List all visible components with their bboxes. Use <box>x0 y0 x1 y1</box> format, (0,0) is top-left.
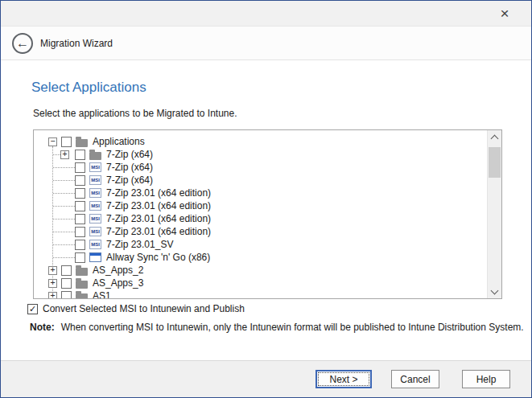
tree-item-label: AS_Apps_2 <box>93 265 143 276</box>
tree-item[interactable]: 7-Zip 23.01 (x64 edition) <box>34 199 487 212</box>
back-arrow-icon: ← <box>16 37 29 50</box>
tree-checkbox[interactable] <box>75 240 85 250</box>
page-content: Select Applications Select the applicati… <box>1 60 531 360</box>
tree-item-label: Allway Sync 'n' Go (x86) <box>106 252 210 263</box>
tree-checkbox[interactable] <box>75 162 85 173</box>
tree-item[interactable]: +7-Zip (x64) <box>34 148 487 161</box>
note-label: Note: <box>30 322 55 333</box>
msi-icon <box>89 214 101 224</box>
tree-item-label: 7-Zip 23.01 (x64 edition) <box>106 213 211 224</box>
tree-checkbox[interactable] <box>75 227 85 237</box>
app-icon <box>89 252 101 262</box>
tree-rows: −Applications+7-Zip (x64)7-Zip (x64)7-Zi… <box>34 130 487 298</box>
tree-expander-icon[interactable]: + <box>48 266 57 275</box>
tree-item[interactable]: +AS_Apps_3 <box>34 277 487 289</box>
scrollbar-thumb[interactable] <box>489 147 501 178</box>
footer-bar: Next > Cancel Help <box>1 360 531 397</box>
note-text: When converting MSI to Intunewin, only t… <box>61 322 524 333</box>
folder-icon <box>89 152 101 160</box>
tree-item[interactable]: −Applications <box>34 135 487 148</box>
scrollbar-down-button[interactable] <box>488 285 501 298</box>
tree-item[interactable]: 7-Zip (x64) <box>34 174 487 187</box>
tree-item[interactable]: Allway Sync 'n' Go (x86) <box>34 251 487 264</box>
msi-icon <box>89 175 101 185</box>
next-button[interactable]: Next > <box>315 370 372 388</box>
tree-item[interactable]: 7-Zip 23.01_SV <box>34 238 487 251</box>
chevron-down-icon <box>491 286 499 294</box>
tree-connector-line <box>53 225 75 238</box>
tree-item-label: 7-Zip (x64) <box>106 174 153 186</box>
wizard-header: ← Migration Wizard <box>1 27 531 60</box>
tree-expander-icon[interactable]: − <box>48 137 57 146</box>
folder-icon <box>76 293 88 299</box>
tree-checkbox[interactable] <box>75 188 85 199</box>
msi-icon <box>89 162 101 172</box>
tree-checkbox[interactable] <box>61 265 72 276</box>
note: Note:When converting MSI to Intunewin, o… <box>30 322 531 333</box>
chevron-up-icon <box>491 135 499 143</box>
tree-checkbox[interactable] <box>61 278 72 289</box>
tree-expander-icon[interactable]: + <box>60 150 69 159</box>
folder-icon <box>76 281 88 289</box>
close-icon: × <box>500 5 509 23</box>
folder-icon <box>76 268 88 276</box>
tree-item-label: 7-Zip 23.01 (x64 edition) <box>106 187 211 199</box>
tree-item-label: 7-Zip (x64) <box>106 162 153 173</box>
tree-item-label: 7-Zip 23.01 (x64 edition) <box>106 226 211 237</box>
tree-item[interactable]: 7-Zip 23.01 (x64 edition) <box>34 225 487 238</box>
tree-item[interactable]: 7-Zip 23.01 (x64 edition) <box>34 212 487 225</box>
applications-tree: −Applications+7-Zip (x64)7-Zip (x64)7-Zi… <box>33 129 502 299</box>
tree-connector-line <box>53 238 75 251</box>
tree-scrollbar[interactable] <box>487 130 501 298</box>
tree-item[interactable]: 7-Zip (x64) <box>34 161 487 174</box>
msi-icon <box>89 201 101 211</box>
folder-icon <box>76 139 88 147</box>
tree-connector-line <box>53 199 75 212</box>
tree-checkbox[interactable] <box>75 252 85 263</box>
tree-checkbox[interactable] <box>75 150 85 160</box>
msi-icon <box>89 227 101 236</box>
tree-connector-line <box>53 212 75 225</box>
page-heading: Select Applications <box>31 80 531 96</box>
msi-icon <box>89 240 101 249</box>
tree-item-label: 7-Zip 23.01_SV <box>106 239 173 250</box>
convert-msi-option: ✓ Convert Selected MSI to Intunewin and … <box>27 303 531 314</box>
scrollbar-up-button[interactable] <box>488 130 501 144</box>
title-bar: × <box>1 1 531 27</box>
tree-checkbox[interactable] <box>61 291 72 299</box>
cancel-button[interactable]: Cancel <box>391 370 439 388</box>
tree-item-label: 7-Zip 23.01 (x64 edition) <box>106 200 211 211</box>
tree-expander-icon[interactable]: + <box>48 279 57 288</box>
tree-item[interactable]: 7-Zip 23.01 (x64 edition) <box>34 187 487 199</box>
help-button[interactable]: Help <box>462 370 510 388</box>
tree-connector-line <box>53 148 60 161</box>
tree-item-label: Applications <box>93 136 145 147</box>
convert-msi-label: Convert Selected MSI to Intunewin and Pu… <box>43 303 245 314</box>
tree-item-label: AS_Apps_3 <box>93 277 143 289</box>
tree-item-label: 7-Zip (x64) <box>106 149 153 160</box>
tree-connector-line <box>53 174 75 187</box>
convert-msi-checkbox[interactable]: ✓ <box>27 304 38 314</box>
tree-checkbox[interactable] <box>75 175 85 186</box>
instruction-text: Select the applications to be Migrated t… <box>33 108 531 119</box>
tree-item-label: AS1 <box>93 290 111 298</box>
msi-icon <box>89 188 101 198</box>
tree-checkbox[interactable] <box>75 214 85 224</box>
tree-item[interactable]: +AS_Apps_2 <box>34 264 487 277</box>
close-button[interactable]: × <box>494 3 515 24</box>
tree-connector-line <box>53 251 75 264</box>
tree-expander-icon[interactable]: + <box>48 292 57 299</box>
back-button[interactable]: ← <box>12 33 33 54</box>
tree-connector-line <box>53 187 75 199</box>
tree-checkbox[interactable] <box>61 137 72 147</box>
tree-checkbox[interactable] <box>75 201 85 211</box>
migration-wizard-window: × ← Migration Wizard Select Applications… <box>0 0 532 398</box>
tree-connector-line <box>53 161 75 174</box>
wizard-title: Migration Wizard <box>40 38 113 49</box>
tree-item[interactable]: +AS1 <box>34 289 487 298</box>
